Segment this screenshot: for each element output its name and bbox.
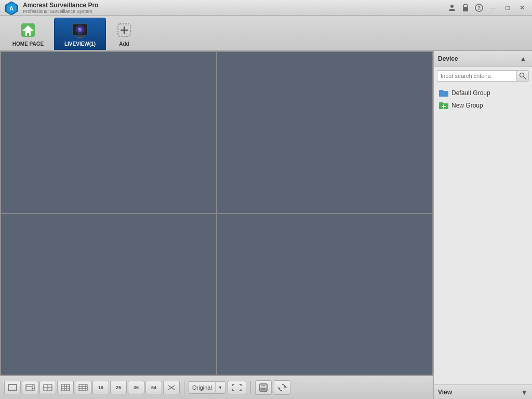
close-button[interactable]: ✕	[516, 3, 528, 12]
titlebar-right: ? — □ ✕	[447, 3, 528, 13]
search-button[interactable]	[516, 70, 529, 82]
svg-rect-4	[463, 7, 468, 11]
device-item-new-group[interactable]: New Group	[434, 99, 532, 112]
save-button[interactable]	[255, 380, 272, 395]
tab-liveview[interactable]: LIVEVIEW(1)	[54, 18, 106, 50]
svg-line-48	[524, 77, 526, 79]
video-cell-1[interactable]	[1, 51, 217, 214]
svg-rect-10	[27, 33, 29, 36]
view-select[interactable]: Original Stretch Ratio	[189, 381, 215, 394]
tab-liveview-label: LIVEVIEW(1)	[64, 41, 96, 47]
new-group-label: New Group	[451, 102, 483, 109]
svg-rect-21	[8, 384, 17, 391]
toolbar-sep-1	[184, 381, 184, 394]
fullscreen-button[interactable]	[228, 381, 246, 394]
view-footer-label: View	[438, 389, 452, 396]
layout-custom-button[interactable]	[163, 381, 180, 394]
svg-rect-34	[79, 384, 87, 391]
titlebar-left: A Amcrest Surveillance Pro Professional …	[4, 1, 98, 15]
view-footer-dropdown[interactable]: ▼	[521, 388, 528, 396]
new-group-icon	[439, 101, 448, 110]
svg-rect-22	[26, 384, 34, 391]
refresh-button[interactable]	[274, 380, 290, 395]
view-select-wrap[interactable]: Original Stretch Ratio ▼	[189, 381, 225, 394]
tab-add[interactable]: Add	[106, 18, 142, 50]
device-title: Device	[438, 55, 458, 62]
svg-text:A: A	[9, 5, 14, 11]
search-input[interactable]	[437, 70, 516, 82]
bottom-toolbar: 16 25 36 64 Original Stretch Rat	[0, 376, 433, 399]
video-cell-2[interactable]	[217, 51, 433, 214]
search-wrap	[434, 67, 532, 85]
home-icon	[19, 21, 37, 39]
video-cell-3[interactable]	[1, 214, 217, 376]
main: 16 25 36 64 Original Stretch Rat	[0, 51, 532, 399]
svg-rect-29	[61, 384, 70, 391]
video-cell-4[interactable]	[217, 214, 433, 376]
layout-1x1-button[interactable]	[4, 381, 21, 394]
help-icon[interactable]: ?	[474, 3, 484, 13]
view-dropdown-arrow[interactable]: ▼	[215, 381, 225, 394]
layout-16-button[interactable]: 16	[92, 381, 109, 394]
svg-marker-46	[277, 388, 281, 389]
video-grid	[0, 51, 433, 376]
layout-2plus-button[interactable]	[75, 381, 91, 394]
app-title-block: Amcrest Surveillance Pro Professional Su…	[23, 2, 98, 14]
svg-marker-45	[284, 386, 287, 388]
add-icon	[115, 21, 134, 39]
svg-point-15	[78, 28, 79, 29]
person-icon[interactable]	[447, 3, 457, 13]
right-panel: Device ▲ Default Group	[433, 51, 532, 399]
app-logo: A	[4, 1, 19, 15]
titlebar: A Amcrest Surveillance Pro Professional …	[0, 0, 532, 16]
layout-3x3-button[interactable]	[57, 381, 74, 394]
layout-36-button[interactable]: 36	[128, 381, 144, 394]
collapse-button[interactable]: ▲	[518, 54, 528, 63]
toolbar-sep-2	[250, 381, 251, 394]
minimize-button[interactable]: —	[487, 3, 499, 12]
app-title: Amcrest Surveillance Pro	[23, 2, 98, 9]
tab-home-label: HOME PAGE	[12, 41, 44, 47]
layout-1plus3-button[interactable]	[22, 381, 38, 394]
svg-point-3	[450, 5, 454, 8]
layout-2x2-button[interactable]	[39, 381, 56, 394]
video-area: 16 25 36 64 Original Stretch Rat	[0, 51, 433, 399]
view-footer: View ▼	[434, 384, 532, 399]
svg-text:?: ?	[477, 5, 481, 11]
navbar: HOME PAGE LIVEVIEW(1) Add	[0, 16, 532, 51]
tab-add-label: Add	[119, 41, 129, 47]
layout-64-button[interactable]: 64	[145, 381, 162, 394]
liveview-icon	[71, 21, 89, 39]
layout-25-button[interactable]: 25	[110, 381, 127, 394]
default-group-label: Default Group	[451, 89, 490, 97]
lock-icon[interactable]	[460, 3, 471, 13]
layout-buttons: 16 25 36 64	[4, 381, 180, 394]
svg-rect-42	[261, 384, 265, 387]
tab-home[interactable]: HOME PAGE	[2, 18, 54, 50]
maximize-button[interactable]: □	[502, 3, 513, 12]
device-header: Device ▲	[434, 51, 532, 67]
svg-rect-44	[261, 388, 265, 390]
default-group-icon	[439, 89, 448, 97]
device-item-default-group[interactable]: Default Group	[434, 87, 532, 99]
svg-rect-17	[76, 37, 84, 38]
device-list: Default Group New Group	[434, 85, 532, 384]
app-subtitle: Professional Surveillance System	[23, 9, 98, 14]
